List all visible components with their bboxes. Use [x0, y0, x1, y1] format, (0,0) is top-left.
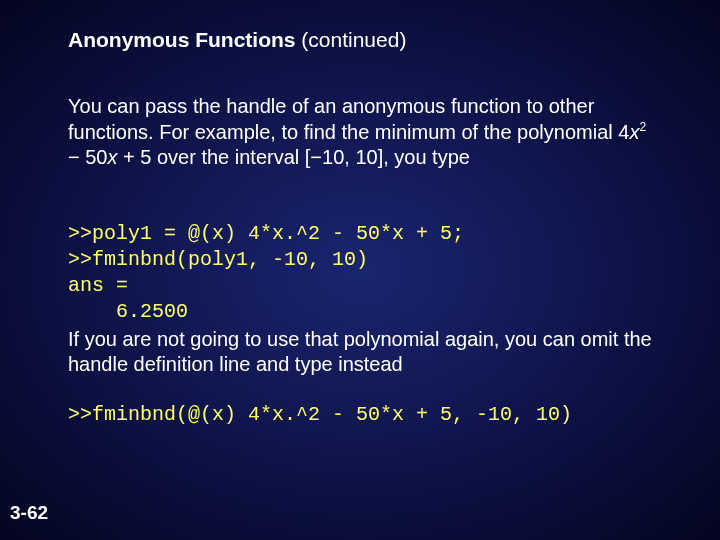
- para1-t1: You can pass the handle of an anonymous …: [68, 95, 629, 143]
- para1-x2: x: [107, 146, 117, 168]
- slide: Anonymous Functions (continued) You can …: [0, 0, 720, 428]
- code-block-2: >>fminbnd(@(x) 4*x.^2 - 50*x + 5, -10, 1…: [68, 402, 652, 428]
- code1-line1: >>poly1 = @(x) 4*x.^2 - 50*x + 5;: [68, 222, 464, 245]
- code1-line2: >>fminbnd(poly1, -10, 10): [68, 248, 368, 271]
- paragraph-2: If you are not going to use that polynom…: [68, 327, 652, 378]
- slide-title: Anonymous Functions (continued): [68, 28, 652, 52]
- title-suffix: (continued): [296, 28, 407, 51]
- code2-line1: >>fminbnd(@(x) 4*x.^2 - 50*x + 5, -10, 1…: [68, 403, 572, 426]
- page-number: 3-62: [10, 502, 48, 524]
- paragraph-1: You can pass the handle of an anonymous …: [68, 94, 652, 171]
- code-block-1: >>poly1 = @(x) 4*x.^2 - 50*x + 5; >>fmin…: [68, 195, 652, 325]
- title-main: Anonymous Functions: [68, 28, 296, 51]
- para1-x1: x: [629, 121, 639, 143]
- code1-line4: 6.2500: [68, 300, 188, 323]
- code1-line3: ans =: [68, 274, 128, 297]
- para1-t2: − 50: [68, 146, 107, 168]
- para1-t3: + 5 over the interval [−10, 10], you typ…: [117, 146, 469, 168]
